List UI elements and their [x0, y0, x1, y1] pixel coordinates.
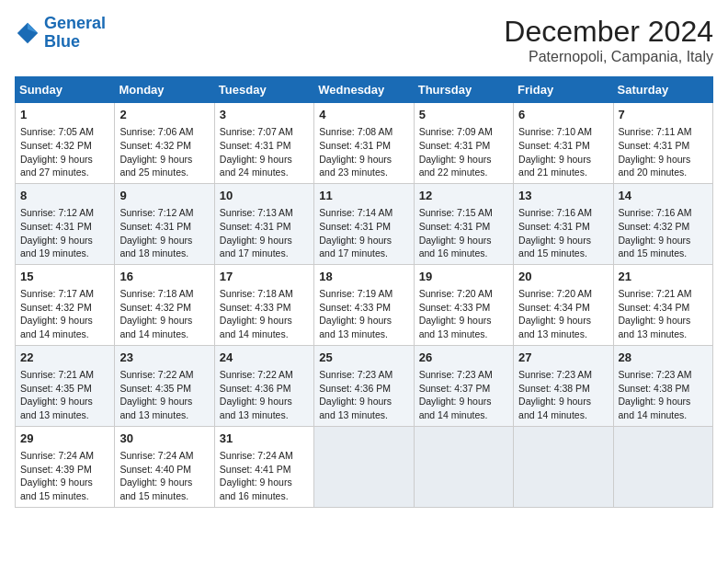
day-info-line: Sunrise: 7:24 AM — [220, 449, 309, 463]
day-info-line: Daylight: 9 hours — [20, 153, 109, 167]
header-monday: Monday — [115, 77, 214, 103]
day-info-line: Sunrise: 7:23 AM — [518, 368, 608, 382]
day-info-line: Daylight: 9 hours — [220, 314, 309, 327]
day-info-line: Sunrise: 7:20 AM — [518, 287, 608, 301]
calendar-table: SundayMondayTuesdayWednesdayThursdayFrid… — [15, 76, 713, 508]
day-info-line: and 13 minutes. — [419, 327, 508, 341]
day-info-line: and 13 minutes. — [619, 327, 708, 341]
day-info-line: and 18 minutes. — [119, 247, 209, 260]
day-info-line: Daylight: 9 hours — [119, 234, 209, 247]
day-info-line: Sunrise: 7:05 AM — [20, 125, 109, 139]
day-number: 23 — [119, 350, 209, 366]
day-number: 12 — [419, 188, 508, 204]
calendar-cell: 25Sunrise: 7:23 AMSunset: 4:36 PMDayligh… — [314, 345, 414, 426]
day-info-line: Sunset: 4:37 PM — [419, 382, 508, 396]
day-info-line: Sunrise: 7:22 AM — [119, 368, 209, 382]
calendar-cell: 23Sunrise: 7:22 AMSunset: 4:35 PMDayligh… — [115, 345, 214, 426]
day-info-line: Sunset: 4:31 PM — [319, 220, 408, 234]
day-info-line: and 13 minutes. — [220, 408, 309, 422]
day-info-line: and 15 minutes. — [119, 489, 209, 503]
day-info-line: Sunrise: 7:18 AM — [119, 287, 209, 301]
day-info-line: Daylight: 9 hours — [518, 234, 608, 247]
day-info-line: Sunset: 4:41 PM — [220, 463, 309, 477]
calendar-cell: 28Sunrise: 7:23 AMSunset: 4:38 PMDayligh… — [613, 345, 712, 426]
day-info-line: Daylight: 9 hours — [220, 234, 309, 247]
day-info-line: Daylight: 9 hours — [20, 314, 109, 327]
day-info-line: Sunset: 4:31 PM — [518, 139, 608, 153]
day-info-line: Sunset: 4:32 PM — [119, 139, 209, 153]
day-info-line: and 14 minutes. — [119, 327, 209, 341]
title-block: December 2024 Paternopoli, Campania, Ita… — [504, 15, 713, 65]
day-info-line: Daylight: 9 hours — [619, 153, 708, 167]
day-info-line: Sunrise: 7:23 AM — [419, 368, 508, 382]
calendar-cell: 10Sunrise: 7:13 AMSunset: 4:31 PMDayligh… — [214, 183, 313, 264]
calendar-cell: 31Sunrise: 7:24 AMSunset: 4:41 PMDayligh… — [214, 426, 313, 507]
day-info-line: Sunrise: 7:17 AM — [20, 287, 109, 301]
day-info-line: and 23 minutes. — [319, 166, 408, 179]
day-info-line: Sunrise: 7:21 AM — [20, 368, 109, 382]
day-info-line: and 15 minutes. — [20, 489, 109, 503]
day-info-line: Sunrise: 7:19 AM — [319, 287, 408, 301]
day-info-line: Sunrise: 7:21 AM — [619, 287, 708, 301]
calendar-week-row: 1Sunrise: 7:05 AMSunset: 4:32 PMDaylight… — [16, 103, 713, 184]
calendar-title: December 2024 — [504, 15, 713, 49]
day-info-line: Sunset: 4:35 PM — [119, 382, 209, 396]
day-number: 26 — [419, 350, 508, 366]
day-info-line: Daylight: 9 hours — [319, 314, 408, 327]
day-info-line: Sunset: 4:32 PM — [20, 301, 109, 315]
day-info-line: Daylight: 9 hours — [20, 234, 109, 247]
day-info-line: Daylight: 9 hours — [20, 395, 109, 408]
day-number: 13 — [518, 188, 608, 204]
calendar-subtitle: Paternopoli, Campania, Italy — [504, 49, 713, 65]
day-number: 22 — [20, 350, 109, 366]
day-number: 6 — [518, 107, 608, 123]
header-wednesday: Wednesday — [314, 77, 414, 103]
day-number: 9 — [119, 188, 209, 204]
calendar-cell — [514, 426, 613, 507]
day-info-line: Sunrise: 7:08 AM — [319, 125, 408, 139]
day-info-line: Daylight: 9 hours — [319, 153, 408, 167]
day-info-line: Daylight: 9 hours — [220, 476, 309, 489]
header-tuesday: Tuesday — [214, 77, 313, 103]
calendar-cell — [613, 426, 712, 507]
logo-line2: Blue — [44, 32, 80, 51]
day-info-line: Daylight: 9 hours — [119, 395, 209, 408]
day-info-line: Sunrise: 7:23 AM — [319, 368, 408, 382]
day-number: 11 — [319, 188, 408, 204]
day-info-line: Daylight: 9 hours — [220, 153, 309, 167]
day-info-line: Sunset: 4:31 PM — [319, 139, 408, 153]
day-info-line: Sunset: 4:34 PM — [518, 301, 608, 315]
day-info-line: Sunset: 4:34 PM — [619, 301, 708, 315]
header-friday: Friday — [514, 77, 613, 103]
day-info-line: Daylight: 9 hours — [619, 395, 708, 408]
logo-line1: General — [44, 14, 106, 32]
day-number: 5 — [419, 107, 508, 123]
day-info-line: Sunset: 4:32 PM — [119, 301, 209, 315]
day-info-line: Sunset: 4:36 PM — [220, 382, 309, 396]
day-info-line: Daylight: 9 hours — [319, 395, 408, 408]
calendar-cell: 20Sunrise: 7:20 AMSunset: 4:34 PMDayligh… — [514, 264, 613, 345]
calendar-cell — [414, 426, 513, 507]
day-number: 7 — [619, 107, 708, 123]
day-number: 24 — [220, 350, 309, 366]
day-info-line: Daylight: 9 hours — [518, 314, 608, 327]
calendar-cell: 16Sunrise: 7:18 AMSunset: 4:32 PMDayligh… — [115, 264, 214, 345]
day-info-line: Daylight: 9 hours — [619, 234, 708, 247]
day-info-line: Daylight: 9 hours — [419, 314, 508, 327]
day-info-line: and 24 minutes. — [220, 166, 309, 179]
day-info-line: Sunset: 4:31 PM — [419, 139, 508, 153]
calendar-cell: 9Sunrise: 7:12 AMSunset: 4:31 PMDaylight… — [115, 183, 214, 264]
day-info-line: and 13 minutes. — [319, 408, 408, 422]
calendar-cell: 17Sunrise: 7:18 AMSunset: 4:33 PMDayligh… — [214, 264, 313, 345]
day-number: 31 — [220, 431, 309, 447]
day-number: 10 — [220, 188, 309, 204]
day-info-line: Sunset: 4:38 PM — [518, 382, 608, 396]
calendar-cell: 7Sunrise: 7:11 AMSunset: 4:31 PMDaylight… — [613, 103, 712, 184]
day-info-line: and 20 minutes. — [619, 166, 708, 179]
calendar-week-row: 29Sunrise: 7:24 AMSunset: 4:39 PMDayligh… — [16, 426, 713, 507]
calendar-cell: 21Sunrise: 7:21 AMSunset: 4:34 PMDayligh… — [613, 264, 712, 345]
calendar-cell: 27Sunrise: 7:23 AMSunset: 4:38 PMDayligh… — [514, 345, 613, 426]
calendar-cell: 30Sunrise: 7:24 AMSunset: 4:40 PMDayligh… — [115, 426, 214, 507]
day-info-line: Sunset: 4:39 PM — [20, 463, 109, 477]
day-number: 1 — [20, 107, 109, 123]
